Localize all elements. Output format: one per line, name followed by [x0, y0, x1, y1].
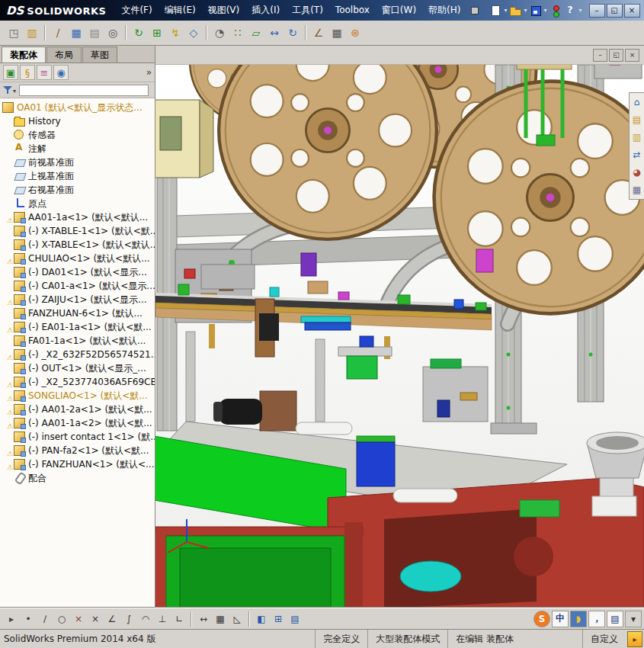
tree-item[interactable]: 配合: [0, 471, 155, 485]
tree-item[interactable]: (-) DA01<1> (默认<显示...: [0, 265, 155, 279]
tab-sketch[interactable]: 草图: [82, 47, 117, 63]
linear-pattern-icon[interactable]: ∷: [229, 24, 246, 41]
search-icon[interactable]: ◎: [104, 24, 121, 41]
trim-icon[interactable]: ×: [88, 611, 103, 627]
rebuild-icon[interactable]: ↻: [130, 24, 147, 41]
chinese-mode-icon[interactable]: 中: [552, 611, 569, 627]
line-icon[interactable]: ∕: [37, 611, 53, 627]
solidworks-resources-icon[interactable]: ⌂: [631, 96, 643, 108]
toolbar-overflow-icon[interactable]: ▸: [4, 611, 19, 627]
design-table-icon[interactable]: ▦: [68, 24, 85, 41]
tree-item[interactable]: 注解: [0, 142, 155, 156]
tree-item[interactable]: ⚠CHULIAO<1> (默认<默认...: [0, 252, 155, 265]
circle-icon[interactable]: ○: [54, 611, 69, 627]
open-document-dropdown-icon[interactable]: ▾: [524, 7, 527, 14]
menu-item-3[interactable]: 插入(I): [245, 0, 286, 21]
custom-properties-icon[interactable]: ▦: [631, 184, 643, 196]
section-view-icon[interactable]: ◧: [254, 611, 269, 627]
tree-item[interactable]: ⚠(-) AA01-1a<2> (默认<默...: [0, 416, 155, 430]
restore-button[interactable]: ◱: [607, 4, 623, 18]
smart-fasteners-icon[interactable]: ↯: [167, 24, 184, 41]
tree-item[interactable]: ⚠(-) ZAIJU<1> (默认<显示...: [0, 293, 155, 306]
displaymanager-tab-icon[interactable]: ◉: [53, 65, 69, 80]
move-component-icon[interactable]: ↔: [266, 24, 283, 41]
punctuation-icon[interactable]: ，: [588, 611, 605, 627]
tree-item[interactable]: 原点: [0, 197, 155, 210]
overflow-chevron-icon[interactable]: [146, 67, 152, 78]
tree-item[interactable]: OA01 (默认<默认_显示状态...: [0, 101, 155, 114]
tab-layout[interactable]: 布局: [46, 47, 82, 63]
view-palette-icon[interactable]: ⇄: [631, 149, 643, 161]
tree-item[interactable]: 右视基准面: [0, 183, 155, 197]
menu-pin-icon[interactable]: [471, 7, 479, 14]
cylinder-white-2[interactable]: [393, 489, 457, 502]
file-explorer-icon[interactable]: ▥: [631, 131, 643, 143]
tree-item[interactable]: (-) X-TABLE<1> (默认<默认...: [0, 238, 155, 252]
filter-dropdown-icon[interactable]: [13, 85, 16, 95]
tree-item[interactable]: ⚠(-) _X2_523774036A5F69CB_...: [0, 375, 155, 389]
propertymanager-tab-icon[interactable]: §: [20, 65, 35, 80]
find-references-icon[interactable]: ▤: [86, 24, 103, 41]
viewport-pane-icon[interactable]: ⊞: [271, 611, 286, 627]
perpendicular-icon[interactable]: ⊥: [155, 611, 170, 627]
customize-button[interactable]: 自定义: [582, 630, 626, 648]
edit-component-icon[interactable]: ▱: [248, 24, 264, 41]
tree-item[interactable]: FANZHUAN-6<1> (默认...: [0, 306, 155, 320]
doc-restore-button[interactable]: ◱: [609, 49, 623, 62]
new-document-icon[interactable]: [489, 5, 502, 17]
tree-item[interactable]: (-) OUT<1> (默认<显示_...: [0, 361, 155, 375]
menu-item-5[interactable]: Toolbox: [329, 0, 376, 21]
draft-icon[interactable]: ◺: [229, 611, 245, 627]
menu-item-0[interactable]: 文件(F): [115, 0, 158, 21]
reel-right[interactable]: [434, 82, 644, 314]
tree-item[interactable]: 前视基准面: [0, 156, 155, 169]
help-dropdown-icon[interactable]: ▾: [579, 7, 582, 14]
view-orientation-icon[interactable]: ◳: [5, 24, 22, 41]
arc-icon[interactable]: ◠: [138, 611, 153, 627]
new-document-dropdown-icon[interactable]: ▾: [504, 7, 507, 14]
green-pad[interactable]: [520, 500, 559, 517]
save-dropdown-icon[interactable]: ▾: [544, 7, 547, 14]
halfwidth-icon[interactable]: ◗: [570, 611, 587, 627]
tree-item[interactable]: (-) insert contact 1<1> (默...: [0, 430, 155, 444]
tree-item[interactable]: ⚠(-) AA01-2a<1> (默认<默...: [0, 403, 155, 416]
doc-close-button[interactable]: ×: [625, 49, 639, 62]
measure-icon[interactable]: ∠: [310, 24, 327, 41]
tree-item[interactable]: ⚠(-) PAN-fa2<1> (默认<默...: [0, 444, 155, 457]
filter-icon[interactable]: [3, 85, 12, 95]
control-box-left[interactable]: [155, 100, 213, 178]
tree-item[interactable]: ⚠AA01-1a<1> (默认<默认...: [0, 210, 155, 224]
doc-minimize-button[interactable]: –: [593, 49, 607, 62]
hide-show-icon[interactable]: ◔: [211, 24, 228, 41]
configurationmanager-tab-icon[interactable]: ≡: [37, 65, 52, 80]
menu-item-7[interactable]: 帮助(H): [422, 0, 466, 21]
menu-item-4[interactable]: 工具(T): [286, 0, 329, 21]
purple-block[interactable]: [301, 253, 316, 276]
tree-item[interactable]: ⚠(-) _X2_632F52D56574521...: [0, 348, 155, 361]
menu-item-2[interactable]: 视图(V): [202, 0, 246, 21]
menu-item-6[interactable]: 窗口(W): [376, 0, 422, 21]
tree-item[interactable]: FA01-1a<1> (默认<默认...: [0, 334, 155, 348]
solidworks-search-icon[interactable]: [549, 5, 562, 17]
model-scene[interactable]: [155, 65, 644, 608]
control-box-top-right[interactable]: [594, 65, 642, 79]
language-options-icon[interactable]: ▾: [625, 611, 642, 627]
tree-item[interactable]: ⚠(-) EA01-1a<1> (默认<默...: [0, 320, 155, 334]
viewport-3d[interactable]: ⌂▤▥⇄◕▦: [155, 65, 644, 608]
sogou-input-icon[interactable]: S: [533, 611, 550, 627]
magenta-block[interactable]: [476, 249, 493, 272]
erase-icon[interactable]: ×: [71, 611, 86, 627]
design-library-icon[interactable]: ▤: [631, 114, 643, 126]
close-button[interactable]: ×: [624, 4, 640, 18]
tree-item[interactable]: ⚠(-) FANZHUAN<1> (默认<...: [0, 457, 155, 471]
exploded-view-icon[interactable]: ⊛: [347, 24, 364, 41]
bowl-feeder[interactable]: [587, 432, 644, 516]
grid-icon[interactable]: ▦: [213, 611, 228, 627]
rotate-component-icon[interactable]: ↻: [284, 24, 301, 41]
feed-rods[interactable]: [517, 65, 572, 146]
tree-item[interactable]: 上视基准面: [0, 169, 155, 183]
filter-input[interactable]: [19, 85, 149, 96]
point-icon[interactable]: •: [21, 611, 36, 627]
menu-item-1[interactable]: 编辑(E): [159, 0, 202, 21]
spline-icon[interactable]: ∫: [121, 611, 136, 627]
